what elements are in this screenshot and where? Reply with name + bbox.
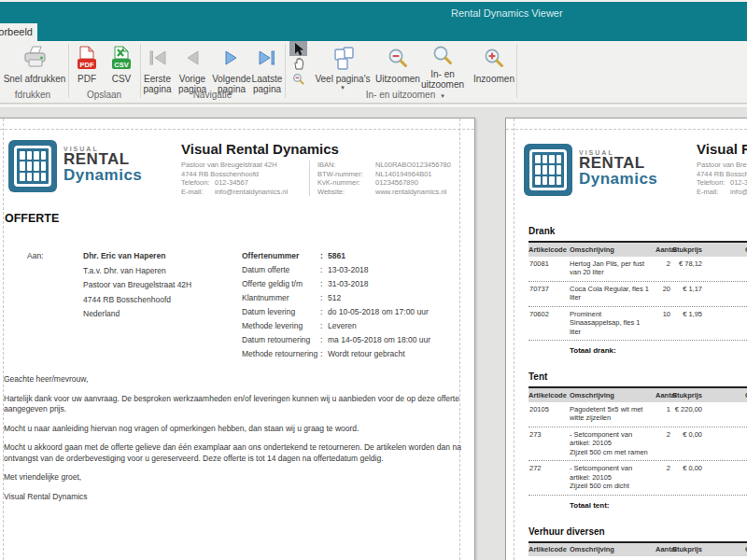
svg-text:PDF: PDF xyxy=(80,60,94,68)
contact-label: E-mail: xyxy=(181,188,215,197)
offer-meta-row: Datum retournering : ma 14-05-2018 om 18… xyxy=(242,333,430,347)
letter-paragraph: Met vriendelijke groet, xyxy=(4,472,463,483)
recipient-label: Aan: xyxy=(27,249,83,322)
offer-meta-block: Offertenummer : 5861 Datum offerte : 13-… xyxy=(242,249,430,361)
registry-value: NL140194964B01 xyxy=(375,170,451,179)
cell-omschrijving: Prominent Sinaasappelsap, fles 1 liter xyxy=(570,310,655,337)
next-page-icon xyxy=(221,44,242,72)
meta-label: Datum offerte xyxy=(242,263,320,277)
cell-artikelcode: 20105 xyxy=(529,405,570,423)
zoom-icon xyxy=(432,44,454,67)
margin-guide xyxy=(0,129,474,130)
table-row: 273 - Setcomponent van artikel: 20105 Zi… xyxy=(529,427,747,462)
section-title: Drank xyxy=(529,226,747,236)
cell-aantal: 2 xyxy=(655,464,670,491)
registry-value: NL00RABO0123456780 xyxy=(375,161,451,170)
calendar-grid-icon xyxy=(524,144,572,196)
recipient-line: T.a.v. Dhr. van Haperen xyxy=(83,264,191,279)
cell-extra xyxy=(706,430,747,457)
article-section: Drank Artikelcode Omschrijving Aantal St… xyxy=(529,226,747,355)
group-label-zoom: In- en uitzoomen xyxy=(285,90,516,101)
table-header-cell: Aantal xyxy=(655,245,670,254)
pointer-tool-stack xyxy=(289,41,308,86)
multiple-pages-icon xyxy=(330,44,356,72)
section-title: Tent xyxy=(529,371,747,382)
contact-label: Telefoon: xyxy=(181,178,215,188)
zoom-out-icon xyxy=(388,44,409,72)
preview-top-strip xyxy=(0,105,747,108)
meta-label: Offerte geldig t/m xyxy=(242,277,320,291)
section-total-label: Totaal tent: xyxy=(529,496,747,510)
cell-artikelcode: 272 xyxy=(529,464,570,491)
company-name: Visual Rental Dynamics xyxy=(181,141,451,157)
address-line: 4744 RB Bosschenhoofd xyxy=(697,170,747,179)
company-logo: VISUAL RENTAL Dynamics xyxy=(524,144,657,196)
meta-separator: : xyxy=(320,277,328,291)
quick-print-label: Snel afdrukken xyxy=(4,74,66,84)
margin-guide xyxy=(514,119,514,560)
cell-omschrijving: Hertog Jan Pils, per fust van 20 liter xyxy=(570,259,655,277)
recipient-block: Aan: Dhr. Eric van Haperen T.a.v. Dhr. v… xyxy=(27,249,191,322)
recipient-line: Nederland xyxy=(83,307,191,322)
table-row: 70602 Prominent Sinaasappelsap, fles 1 l… xyxy=(529,307,747,342)
recipient-name: Dhr. Eric van Haperen xyxy=(83,249,191,264)
meta-label: Datum levering xyxy=(242,305,320,319)
svg-text:CSV: CSV xyxy=(114,60,128,68)
csv-label: CSV xyxy=(112,74,132,84)
meta-separator: : xyxy=(320,319,328,333)
cell-aantal: 20 xyxy=(655,285,670,302)
logo-word-rental: RENTAL xyxy=(63,152,142,167)
magnifier-tool-button[interactable] xyxy=(289,71,307,86)
cell-stukprijs: € 1,17 xyxy=(670,285,706,302)
hand-tool-button[interactable] xyxy=(289,56,307,71)
cell-omschrijving: Pagodetent 5x5 wit met witte zijzeilen xyxy=(570,405,655,423)
cell-artikelcode: 273 xyxy=(529,430,570,457)
cell-artikelcode: 70602 xyxy=(529,310,570,337)
table-header-row: Artikelcode Omschrijving Aantal Stukprij… xyxy=(529,541,747,557)
meta-value: 512 xyxy=(328,291,341,305)
company-name: Visual Rental Dynamics xyxy=(697,141,747,157)
logo-word-rental: RENTAL xyxy=(579,156,657,171)
tab-afdrukvoorbeeld[interactable]: orbeeld xyxy=(0,23,37,41)
cell-artikelcode: 70737 xyxy=(529,285,570,302)
letter-paragraph: Hartelijk dank voor uw aanvraag. De besp… xyxy=(4,394,463,415)
contact-value: 012-34567 xyxy=(730,178,747,188)
cell-stukprijs: € 1,95 xyxy=(670,310,706,337)
window-title: Rental Dynamics Viewer xyxy=(451,7,563,19)
registry-label: Website: xyxy=(317,188,375,197)
registry-value: 01234567890 xyxy=(375,178,451,188)
pointer-tool-button[interactable] xyxy=(289,41,307,56)
letter-paragraph: Mocht u naar aanleiding hiervan nog vrag… xyxy=(4,424,463,435)
csv-file-icon: CSV xyxy=(111,44,132,72)
cell-extra xyxy=(706,285,747,302)
letter-paragraph: Visual Rental Dynamics xyxy=(4,492,463,503)
table-header-cell: Artikelcode xyxy=(529,391,570,399)
calendar-grid-icon xyxy=(8,140,57,192)
magnifier-icon xyxy=(292,73,304,85)
cell-extra xyxy=(706,310,747,337)
print-preview-area[interactable]: VISUAL RENTAL Dynamics Visual Rental Dyn… xyxy=(0,105,747,560)
table-header-cell: Artikelcode xyxy=(529,545,570,553)
cell-aantal: 1 xyxy=(655,405,670,423)
table-header-row: Artikelcode Omschrijving Aantal Stukprij… xyxy=(529,241,747,257)
offer-meta-row: Offertenummer : 5861 xyxy=(242,249,430,263)
contact-value: info@rentaldynamics.nl xyxy=(730,188,747,197)
table-row: 15610 Prolyte Stagedex podiumdeel, 200 x… xyxy=(529,556,747,560)
ribbon: Snel afdrukken fdrukken PDF PDF CSV CSV … xyxy=(0,41,747,104)
margin-guide xyxy=(506,129,747,130)
meta-separator: : xyxy=(320,305,328,319)
address-line: 4744 RB Bosschenhoofd xyxy=(181,170,309,179)
article-section: Verhuur diversen Artikelcode Omschrijvin… xyxy=(529,526,747,560)
contact-value: info@rentaldynamics.nl xyxy=(215,188,309,197)
table-header-cell: Artikelcode xyxy=(529,245,570,254)
meta-value: do 10-05-2018 om 17:00 uur xyxy=(328,305,429,319)
contact-label: E-mail: xyxy=(697,188,730,197)
table-row: 272 - Setcomponent van artikel: 20105 Zi… xyxy=(529,461,747,496)
meta-label: Klantnummer xyxy=(242,291,320,305)
offer-meta-row: Datum offerte : 13-03-2018 xyxy=(242,263,430,277)
section-title: Verhuur diversen xyxy=(529,526,747,537)
registry-value: www.rentaldynamics.nl xyxy=(375,188,451,197)
cell-omschrijving: - Setcomponent van artikel: 20105 Zijzei… xyxy=(570,464,655,491)
table-header-cell: Omschrijving xyxy=(570,545,655,553)
group-label-opslaan: Opslaan xyxy=(68,90,140,101)
